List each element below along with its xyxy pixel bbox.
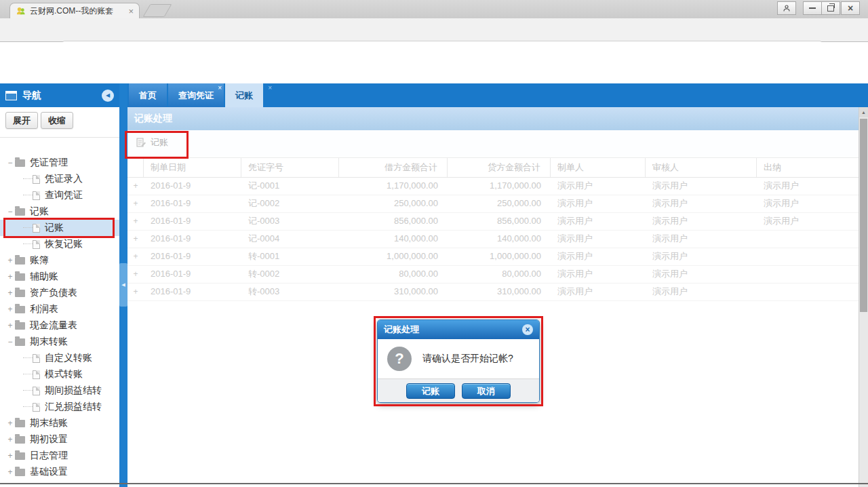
file-icon: [33, 191, 40, 200]
close-tab-icon[interactable]: ×: [218, 85, 222, 92]
tree-expander-icon[interactable]: +: [5, 322, 15, 330]
sidebar-item-fx-carryover[interactable]: 汇兑损益结转: [0, 399, 119, 415]
splitter-bar[interactable]: ◀: [119, 83, 127, 487]
row-expand-icon[interactable]: +: [127, 248, 144, 265]
sidebar-item-posting[interactable]: 记账: [0, 220, 119, 236]
post-button[interactable]: 记账: [136, 136, 168, 149]
browser-tab-strip: 云财网.COM--我的账套 × ×: [0, 0, 868, 18]
cell-date: 2016-01-9: [144, 284, 241, 300]
tree-expander-icon[interactable]: +: [5, 256, 15, 265]
browser-tab[interactable]: 云财网.COM--我的账套 ×: [9, 3, 140, 18]
cell-credit_total: 140,000.00: [448, 231, 551, 248]
table-row[interactable]: +2016-01-9记-0002250,000.00250,000.00演示用户…: [127, 195, 859, 213]
post-button-label: 记账: [151, 136, 168, 149]
sidebar-item-voucher-query[interactable]: 查询凭证: [0, 187, 119, 203]
window-bottom-edge: [0, 483, 868, 484]
sidebar-collapse-button[interactable]: ◀: [102, 90, 114, 102]
file-icon: [33, 175, 40, 184]
tree-connector: [23, 357, 33, 359]
sidebar-item-custom-transfer[interactable]: 自定义转账: [0, 350, 119, 366]
sidebar-item-account-books[interactable]: +账簿: [0, 252, 119, 269]
cell-credit_total: 1,000,000.00: [448, 248, 551, 265]
tree-expander-icon[interactable]: −: [5, 208, 15, 216]
table-row[interactable]: +2016-01-9转-0003310,000.00310,000.00演示用户…: [127, 284, 859, 301]
tree-item-label: 基础设置: [30, 466, 68, 478]
dialog-confirm-button[interactable]: 记账: [406, 383, 455, 399]
row-expand-icon[interactable]: +: [127, 266, 144, 283]
table-row[interactable]: +2016-01-9记-0004140,000.00140,000.00演示用户…: [127, 231, 859, 248]
tree-expander-icon[interactable]: +: [5, 273, 15, 281]
row-expand-icon[interactable]: +: [127, 231, 144, 248]
scroll-up-icon[interactable]: ▲: [859, 107, 868, 117]
dialog-close-icon[interactable]: ×: [522, 324, 533, 335]
tree-expander-icon[interactable]: +: [5, 305, 15, 313]
row-expand-icon[interactable]: +: [127, 195, 144, 212]
toolbar: 记账: [127, 130, 859, 158]
tree-expander-icon[interactable]: −: [5, 159, 15, 167]
dialog-message: 请确认是否开始记帐?: [422, 353, 513, 365]
sidebar-item-period-end-closing[interactable]: +期末结账: [0, 415, 119, 431]
splitter-handle[interactable]: ◀: [119, 263, 127, 307]
cell-credit_total: 1,170,000.00: [448, 178, 551, 195]
sidebar-item-auxiliary-books[interactable]: +辅助账: [0, 269, 119, 285]
tree-expander-icon[interactable]: +: [5, 435, 15, 444]
tab-home[interactable]: 首页: [129, 83, 167, 107]
sidebar-item-log-mgmt[interactable]: +日志管理: [0, 448, 119, 464]
close-window-button[interactable]: ×: [841, 1, 860, 15]
expand-all-button[interactable]: 展开: [5, 112, 38, 129]
browser-toolbar: ← → i app.yuncai5.com/default1.aspx ☆ ⋮: [0, 18, 868, 42]
table-row[interactable]: +2016-01-9转-00011,000,000.001,000,000.00…: [127, 248, 859, 266]
table-row[interactable]: +2016-01-9记-00011,170,000.001,170,000.00…: [127, 178, 859, 195]
table-row[interactable]: +2016-01-9转-000280,000.0080,000.00演示用户演示…: [127, 266, 859, 284]
table-row[interactable]: +2016-01-9记-0003856,000.00856,000.00演示用户…: [127, 213, 859, 231]
cell-credit_total: 856,000.00: [448, 213, 551, 230]
tree-expander-icon[interactable]: +: [5, 468, 15, 476]
collapse-all-button[interactable]: 收缩: [41, 112, 73, 129]
grid-body: +2016-01-9记-00011,170,000.001,170,000.00…: [127, 178, 859, 301]
sidebar-item-income-statement[interactable]: +利润表: [0, 301, 119, 317]
tree-expander-icon[interactable]: +: [5, 289, 15, 297]
row-expand-icon[interactable]: +: [127, 178, 144, 195]
tree-expander-icon[interactable]: +: [5, 419, 15, 427]
profile-button[interactable]: [777, 1, 796, 15]
sidebar-item-voucher-mgmt[interactable]: −凭证管理: [0, 155, 119, 171]
sidebar-item-restore-posting[interactable]: 恢复记账: [0, 236, 119, 252]
sidebar-item-period-end-transfer[interactable]: −期末转账: [0, 334, 119, 350]
sidebar-item-basic-settings[interactable]: +基础设置: [0, 464, 119, 480]
sidebar-item-cash-flow[interactable]: +现金流量表: [0, 317, 119, 334]
panel-header: 记账处理: [127, 107, 859, 130]
tree-item-label: 期末转账: [30, 336, 68, 348]
dialog-title-bar[interactable]: 记账处理 ×: [378, 320, 539, 339]
tree-item-label: 辅助账: [30, 271, 58, 283]
scrollbar-thumb[interactable]: [860, 119, 867, 312]
tab-posting[interactable]: 记账×: [225, 83, 263, 107]
restore-button[interactable]: [821, 1, 840, 15]
row-expand-icon[interactable]: +: [127, 213, 144, 230]
sidebar-item-posting-group[interactable]: −记账: [0, 203, 119, 220]
tree-item-label: 期末结账: [30, 417, 68, 429]
post-document-icon: [136, 137, 146, 148]
cell-date: 2016-01-9: [144, 195, 241, 212]
tree-item-label: 现金流量表: [30, 319, 77, 332]
sidebar-item-voucher-entry[interactable]: 凭证录入: [0, 171, 119, 187]
tab-query-voucher[interactable]: 查询凭证×: [168, 83, 224, 107]
dialog-cancel-button[interactable]: 取消: [462, 383, 511, 399]
tree-expander-icon[interactable]: +: [5, 452, 15, 460]
sidebar-item-initial-setup[interactable]: +期初设置: [0, 431, 119, 448]
sidebar-item-template-transfer[interactable]: 模式转账: [0, 366, 119, 383]
cell-voucher_no: 记-0004: [241, 231, 339, 248]
minimize-icon: [809, 7, 816, 9]
tree-connector: [23, 390, 33, 391]
column-header-voucher_no: 凭证字号: [241, 158, 339, 177]
minimize-button[interactable]: [803, 1, 822, 15]
sidebar-item-balance-sheet[interactable]: +资产负债表: [0, 285, 119, 301]
vertical-scrollbar[interactable]: ▲: [859, 107, 868, 487]
close-browser-tab-icon[interactable]: ×: [128, 7, 134, 16]
row-expand-icon[interactable]: +: [127, 284, 144, 300]
new-tab-button[interactable]: [143, 4, 172, 17]
close-tab-icon[interactable]: ×: [268, 85, 272, 92]
cell-reviewer: 演示用户: [646, 231, 757, 248]
tree-expander-icon[interactable]: −: [5, 338, 15, 346]
sidebar-item-pl-carryover[interactable]: 期间损益结转: [0, 383, 119, 399]
tab-label: 查询凭证: [178, 90, 214, 100]
